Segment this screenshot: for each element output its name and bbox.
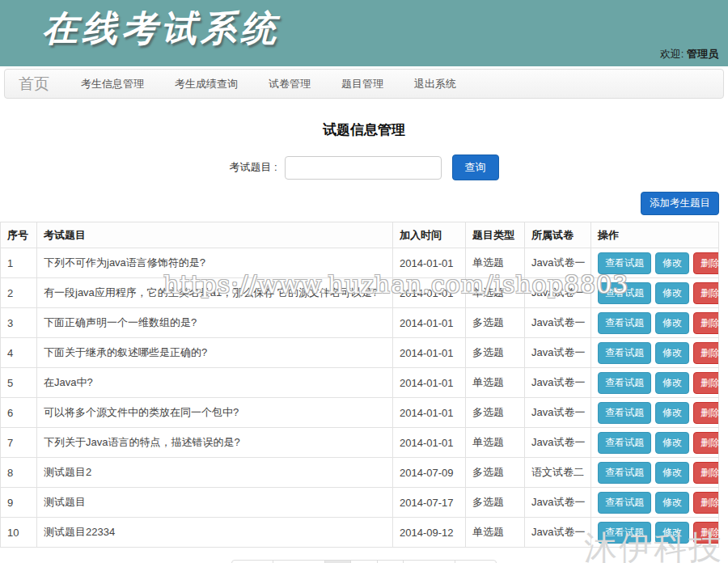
- cell-no: 8: [1, 458, 37, 488]
- cell-date: 2014-01-01: [393, 248, 466, 278]
- table-header-row: 序号 考试题目 加入时间 题目类型 所属试卷 操作: [1, 222, 719, 248]
- cell-type: 单选题: [466, 368, 525, 398]
- cell-actions: 查看试题修改删除: [591, 518, 719, 548]
- nav-item-question-mgmt[interactable]: 题目管理: [326, 77, 399, 91]
- view-question-button[interactable]: 查看试题: [598, 402, 651, 424]
- col-header-no: 序号: [1, 222, 37, 248]
- view-question-button[interactable]: 查看试题: [598, 492, 651, 514]
- nav-item-home[interactable]: 首页: [5, 74, 66, 95]
- edit-button[interactable]: 修改: [655, 522, 689, 544]
- site-title: 在线考试系统: [42, 5, 280, 53]
- delete-button[interactable]: 删除: [693, 342, 719, 364]
- cell-date: 2014-01-01: [393, 398, 466, 428]
- cell-actions: 查看试题修改删除: [591, 488, 719, 518]
- view-question-button[interactable]: 查看试题: [598, 252, 651, 274]
- view-question-button[interactable]: 查看试题: [598, 522, 651, 544]
- cell-paper: Java试卷一: [525, 338, 591, 368]
- cell-type: 多选题: [466, 398, 525, 428]
- cell-actions: 查看试题修改删除: [591, 338, 719, 368]
- view-question-button[interactable]: 查看试题: [598, 432, 651, 454]
- search-input[interactable]: [285, 156, 442, 180]
- cell-question: 测试题目2: [37, 458, 393, 488]
- nav-item-paper-mgmt[interactable]: 试卷管理: [253, 77, 326, 91]
- add-question-button[interactable]: 添加考生题目: [641, 192, 719, 215]
- cell-paper: Java试卷一: [525, 368, 591, 398]
- view-question-button[interactable]: 查看试题: [598, 312, 651, 334]
- cell-question: 下面关于继承的叙述哪些是正确的?: [37, 338, 393, 368]
- nav-item-examinee-info[interactable]: 考生信息管理: [66, 77, 159, 91]
- delete-button[interactable]: 删除: [693, 252, 719, 274]
- edit-button[interactable]: 修改: [655, 372, 689, 394]
- edit-button[interactable]: 修改: [655, 282, 689, 304]
- main-nav: 首页 考生信息管理 考生成绩查询 试卷管理 题目管理 退出系统: [4, 69, 724, 99]
- welcome-text: 欢迎: 管理员: [660, 47, 718, 61]
- edit-button[interactable]: 修改: [655, 462, 689, 484]
- search-button[interactable]: 查询: [452, 155, 499, 180]
- view-question-button[interactable]: 查看试题: [598, 282, 651, 304]
- search-label: 考试题目 :: [229, 160, 277, 175]
- delete-button[interactable]: 删除: [693, 492, 719, 514]
- cell-type: 多选题: [466, 488, 525, 518]
- delete-button[interactable]: 删除: [693, 432, 719, 454]
- cell-question: 测试题目: [37, 488, 393, 518]
- pagination-first[interactable]: 首页: [231, 560, 273, 563]
- cell-type: 单选题: [466, 278, 525, 308]
- pagination-next[interactable]: 下一页: [403, 560, 455, 563]
- welcome-label: 欢迎:: [660, 48, 684, 60]
- table-row: 1下列不可作为java语言修饰符的是?2014-01-01单选题Java试卷一查…: [1, 248, 719, 278]
- delete-button[interactable]: 删除: [693, 402, 719, 424]
- table-row: 9测试题目2014-07-17多选题Java试卷一查看试题修改删除: [1, 488, 719, 518]
- cell-paper: Java试卷一: [525, 248, 591, 278]
- cell-question: 有一段java应用程序，它的主类名是a1，那么保存 它的源文件名可以是?: [37, 278, 393, 308]
- edit-button[interactable]: 修改: [655, 432, 689, 454]
- cell-question: 下列关于Java语言的特点，描述错误的是?: [37, 428, 393, 458]
- edit-button[interactable]: 修改: [655, 492, 689, 514]
- cell-no: 5: [1, 368, 37, 398]
- table-row: 4下面关于继承的叙述哪些是正确的?2014-01-01多选题Java试卷一查看试…: [1, 338, 719, 368]
- cell-question: 在Java中?: [37, 368, 393, 398]
- cell-paper: Java试卷一: [525, 308, 591, 338]
- nav-item-score-query[interactable]: 考生成绩查询: [159, 77, 253, 91]
- pagination-last[interactable]: 尾页: [455, 560, 497, 563]
- cell-date: 2014-07-09: [393, 458, 466, 488]
- delete-button[interactable]: 删除: [693, 372, 719, 394]
- search-form: 考试题目 : 查询: [0, 155, 728, 180]
- view-question-button[interactable]: 查看试题: [598, 342, 651, 364]
- edit-button[interactable]: 修改: [655, 402, 689, 424]
- edit-button[interactable]: 修改: [655, 312, 689, 334]
- cell-no: 2: [1, 278, 37, 308]
- table-row: 7下列关于Java语言的特点，描述错误的是?2014-01-01单选题Java试…: [1, 428, 719, 458]
- cell-type: 多选题: [466, 338, 525, 368]
- edit-button[interactable]: 修改: [655, 342, 689, 364]
- pagination-prev[interactable]: 上一页: [273, 560, 325, 563]
- cell-no: 10: [1, 518, 37, 548]
- nav-item-logout[interactable]: 退出系统: [399, 77, 472, 91]
- cell-actions: 查看试题修改删除: [591, 248, 719, 278]
- delete-button[interactable]: 删除: [693, 522, 719, 544]
- view-question-button[interactable]: 查看试题: [598, 372, 651, 394]
- cell-actions: 查看试题修改删除: [591, 428, 719, 458]
- delete-button[interactable]: 删除: [693, 282, 719, 304]
- delete-button[interactable]: 删除: [693, 462, 719, 484]
- cell-paper: Java试卷一: [525, 398, 591, 428]
- cell-question: 下列不可作为java语言修饰符的是?: [37, 248, 393, 278]
- pagination-page-1[interactable]: 1: [324, 560, 351, 563]
- col-header-paper: 所属试卷: [525, 222, 591, 248]
- cell-paper: Java试卷一: [525, 278, 591, 308]
- cell-paper: 语文试卷二: [525, 458, 591, 488]
- cell-date: 2014-07-17: [393, 488, 466, 518]
- cell-question: 测试题目22334: [37, 518, 393, 548]
- cell-date: 2014-01-01: [393, 338, 466, 368]
- cell-actions: 查看试题修改删除: [591, 368, 719, 398]
- cell-type: 单选题: [466, 248, 525, 278]
- pagination-page-3[interactable]: 3: [377, 560, 404, 563]
- view-question-button[interactable]: 查看试题: [598, 462, 651, 484]
- col-header-type: 题目类型: [466, 222, 525, 248]
- delete-button[interactable]: 删除: [693, 312, 719, 334]
- cell-paper: Java试卷一: [525, 428, 591, 458]
- edit-button[interactable]: 修改: [655, 252, 689, 274]
- pagination-page-2[interactable]: 2: [350, 560, 377, 563]
- cell-question: 下面正确声明一个一维数组的是?: [37, 308, 393, 338]
- cell-type: 单选题: [466, 428, 525, 458]
- col-header-date: 加入时间: [393, 222, 466, 248]
